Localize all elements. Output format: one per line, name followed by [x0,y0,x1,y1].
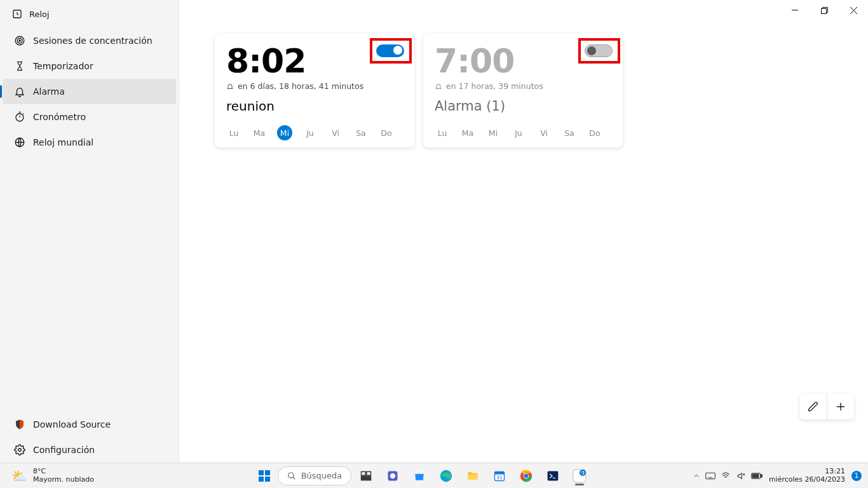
taskbar-right: 13:21 miércoles 26/04/2023 1 [693,468,868,484]
alarm-toggle[interactable] [585,44,613,57]
svg-point-24 [580,470,586,476]
svg-rect-25 [706,473,715,478]
notification-badge[interactable]: 1 [851,471,862,481]
taskbar-app-explorer[interactable] [461,465,485,487]
alarm-card[interactable]: 7:00 en 17 horas, 39 minutos Alarma (1) … [423,33,623,147]
svg-point-13 [390,473,395,478]
target-icon [14,35,25,46]
weather-desc: Mayorm. nublado [33,476,94,484]
alarm-day: Do [379,125,394,140]
svg-rect-7 [821,8,826,13]
taskbar-app-chat[interactable] [381,465,405,487]
start-button[interactable] [254,465,275,487]
globe-icon [14,137,25,148]
sidebar-item-stopwatch[interactable]: Cronómetro [3,104,176,130]
search-icon [287,471,296,480]
svg-rect-11 [362,476,371,480]
add-button[interactable] [827,394,854,419]
app-title: Reloj [29,10,50,19]
clock-app-icon [11,8,23,20]
alarm-cards: 8:02 en 6 días, 18 horas, 41 minutos reu… [215,33,843,147]
taskbar-app-edge[interactable] [434,465,458,487]
sidebar-item-label: Cronómetro [33,112,86,122]
gear-icon [14,444,25,456]
sidebar: Reloj Sesiones de concentración Temporiz… [0,0,179,463]
sidebar-item-label: Alarma [33,86,65,97]
taskbar-weather[interactable]: ⛅ 8°C Mayorm. nublado [0,467,153,485]
toggle-highlight [578,38,620,64]
taskbar-center: Búsqueda 31 [153,465,693,487]
tray-icons[interactable] [693,471,763,480]
svg-point-3 [19,40,20,41]
sidebar-item-timer[interactable]: Temporizador [3,53,176,79]
tray-volume-icon[interactable] [736,471,746,480]
alarm-day: Lu [435,125,450,140]
hourglass-icon [14,60,25,72]
alarm-day: Ma [252,125,267,140]
taskbar-date: miércoles 26/04/2023 [769,476,845,484]
window-close-button[interactable] [839,0,868,20]
weather-text: 8°C Mayorm. nublado [33,468,94,484]
window-controls [780,0,868,20]
sidebar-item-focus-sessions[interactable]: Sesiones de concentración [3,28,176,53]
svg-text:31: 31 [497,475,503,480]
bell-small-icon [226,83,234,90]
alarm-day: Lu [226,125,241,140]
sidebar-item-world-clock[interactable]: Reloj mundial [3,130,176,155]
windows-logo-icon [259,470,270,482]
alarm-day: Ju [511,125,526,140]
alarm-day: Sa [562,125,577,140]
sidebar-item-label: Temporizador [33,61,93,71]
edit-button[interactable] [800,394,827,419]
alarm-days-row: Lu Ma Mi Ju Vi Sa Do [435,125,611,140]
svg-point-6 [18,449,22,452]
taskbar-search[interactable]: Búsqueda [278,466,352,485]
taskbar-app-calendar[interactable]: 31 [487,465,512,487]
sidebar-bottom: Download Source Configuración [0,412,179,463]
bell-icon [14,86,25,97]
sidebar-item-alarm[interactable]: Alarma [3,79,176,104]
taskbar-app-chrome[interactable] [514,465,538,487]
alarm-name: Alarma (1) [435,98,611,114]
weather-temp: 8°C [33,468,94,476]
tray-battery-icon[interactable] [751,472,763,480]
taskbar-app-taskview[interactable] [354,465,378,487]
svg-rect-27 [761,474,762,477]
taskbar: ⛅ 8°C Mayorm. nublado Búsqueda 31 [0,463,868,488]
alarm-eta-row: en 6 días, 18 horas, 41 minutos [226,81,403,91]
alarm-day: Do [587,125,602,140]
alarm-days-row: Lu Ma Mi Ju Vi Sa Do [226,125,403,140]
window-maximize-button[interactable] [810,0,839,20]
tray-keyboard-icon[interactable] [705,472,715,480]
sidebar-item-download-source[interactable]: Download Source [3,412,176,437]
alarm-toggle[interactable] [376,44,404,57]
alarm-eta-row: en 17 horas, 39 minutos [435,81,611,91]
svg-rect-9 [362,471,366,475]
shield-icon [14,419,25,430]
toggle-highlight [370,38,412,64]
sidebar-item-settings[interactable]: Configuración [3,437,176,463]
stopwatch-icon [14,111,25,123]
alarm-name: reunion [226,98,403,114]
svg-rect-15 [468,474,478,479]
sidebar-item-label: Download Source [33,419,111,430]
tray-wifi-icon[interactable] [721,471,731,480]
sidebar-item-label: Sesiones de concentración [33,36,153,46]
taskbar-app-powershell[interactable] [541,465,565,487]
svg-rect-10 [367,471,371,475]
alarm-day: Mi [277,125,292,140]
sidebar-item-label: Reloj mundial [33,137,93,147]
alarm-day: Vi [536,125,552,140]
alarm-eta: en 6 días, 18 horas, 41 minutos [238,81,363,91]
search-placeholder: Búsqueda [301,471,342,480]
alarm-day: Ma [460,125,475,140]
alarm-day: Ju [302,125,318,140]
alarm-eta: en 17 horas, 39 minutos [446,81,543,91]
taskbar-clock[interactable]: 13:21 miércoles 26/04/2023 [769,468,845,484]
taskbar-app-store[interactable] [407,465,431,487]
taskbar-app-clock[interactable] [567,465,592,487]
window-minimize-button[interactable] [780,0,810,20]
tray-chevron-icon[interactable] [693,472,700,480]
svg-rect-28 [752,474,759,478]
alarm-card[interactable]: 8:02 en 6 días, 18 horas, 41 minutos reu… [215,33,414,147]
